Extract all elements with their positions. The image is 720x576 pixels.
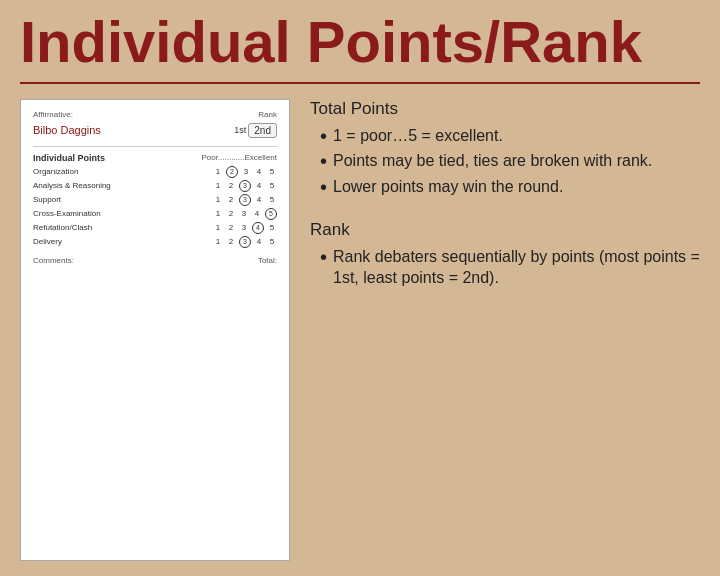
rank-label: Rank bbox=[258, 110, 277, 119]
scores: 1 2 3 4 5 bbox=[213, 236, 277, 248]
bullet-text: Lower points may win the round. bbox=[333, 176, 700, 198]
header: Individual Points/Rank bbox=[0, 0, 720, 82]
score-3-circled: 3 bbox=[239, 194, 251, 206]
rank-section: Rank • Rank debaters sequentially by poi… bbox=[310, 220, 700, 293]
bullet-dot: • bbox=[320, 151, 327, 172]
score-5: 5 bbox=[267, 195, 277, 204]
score-3: 3 bbox=[239, 223, 249, 232]
scores: 1 2 3 4 5 bbox=[213, 222, 277, 234]
bullet-item: • Points may be tied, ties are broken wi… bbox=[320, 150, 700, 172]
score-4: 4 bbox=[254, 167, 264, 176]
score-5: 5 bbox=[267, 237, 277, 246]
total-points-section: Total Points • 1 = poor…5 = excellent. •… bbox=[310, 99, 700, 202]
ballot-criteria-list: Organization 1 2 3 4 5 Analysis & Reason… bbox=[33, 166, 277, 248]
main-content: Affirmative: Rank Bilbo Daggins 1st 2nd … bbox=[0, 84, 720, 576]
scores: 1 2 3 4 5 bbox=[213, 194, 277, 206]
score-2: 2 bbox=[226, 209, 236, 218]
ballot-card: Affirmative: Rank Bilbo Daggins 1st 2nd … bbox=[20, 99, 290, 561]
bullet-text: Points may be tied, ties are broken with… bbox=[333, 150, 700, 172]
ballot-header-row: Affirmative: Rank bbox=[33, 110, 277, 119]
bullet-item: • 1 = poor…5 = excellent. bbox=[320, 125, 700, 147]
score-5-circled: 5 bbox=[265, 208, 277, 220]
ballot-section-title: Individual Points bbox=[33, 153, 105, 163]
score-5: 5 bbox=[267, 223, 277, 232]
rank-first: 1st bbox=[234, 125, 244, 135]
scores: 1 2 3 4 5 bbox=[213, 208, 277, 220]
criterion-row: Analysis & Reasoning 1 2 3 4 5 bbox=[33, 180, 277, 192]
score-2: 2 bbox=[226, 223, 236, 232]
score-4: 4 bbox=[254, 237, 264, 246]
score-4: 4 bbox=[254, 181, 264, 190]
score-1: 1 bbox=[213, 209, 223, 218]
rank-badge: 2nd bbox=[248, 123, 277, 138]
rank-list: • Rank debaters sequentially by points (… bbox=[310, 246, 700, 293]
score-5: 5 bbox=[267, 167, 277, 176]
criterion-name: Analysis & Reasoning bbox=[33, 181, 143, 190]
score-2-circled: 2 bbox=[226, 166, 238, 178]
criterion-row: Organization 1 2 3 4 5 bbox=[33, 166, 277, 178]
scores: 1 2 3 4 5 bbox=[213, 180, 277, 192]
bullet-dot: • bbox=[320, 247, 327, 289]
score-4: 4 bbox=[254, 195, 264, 204]
score-1: 1 bbox=[213, 167, 223, 176]
page-container: Individual Points/Rank Affirmative: Rank… bbox=[0, 0, 720, 576]
score-2: 2 bbox=[226, 181, 236, 190]
criterion-row: Cross-Examination 1 2 3 4 5 bbox=[33, 208, 277, 220]
score-2: 2 bbox=[226, 237, 236, 246]
bullet-text: Rank debaters sequentially by points (mo… bbox=[333, 246, 700, 289]
score-1: 1 bbox=[213, 181, 223, 190]
score-4: 4 bbox=[252, 209, 262, 218]
ballot-inner-divider bbox=[33, 146, 277, 147]
debater-name: Bilbo Daggins bbox=[33, 124, 101, 136]
total-label: Total: bbox=[258, 256, 277, 265]
criterion-row: Support 1 2 3 4 5 bbox=[33, 194, 277, 206]
page-title: Individual Points/Rank bbox=[20, 10, 700, 74]
ballot-name-row: Bilbo Daggins 1st 2nd bbox=[33, 123, 277, 138]
score-1: 1 bbox=[213, 223, 223, 232]
total-points-heading: Total Points bbox=[310, 99, 700, 119]
bullet-item: • Lower points may win the round. bbox=[320, 176, 700, 198]
bullet-item: • Rank debaters sequentially by points (… bbox=[320, 246, 700, 289]
rank-heading: Rank bbox=[310, 220, 700, 240]
comments-label: Comments: bbox=[33, 256, 74, 265]
score-3: 3 bbox=[239, 209, 249, 218]
affirmative-label: Affirmative: bbox=[33, 110, 73, 119]
ballot-section-header: Individual Points Poor............Excell… bbox=[33, 153, 277, 163]
scores: 1 2 3 4 5 bbox=[213, 166, 277, 178]
criterion-row: Refutation/Clash 1 2 3 4 5 bbox=[33, 222, 277, 234]
criterion-name: Cross-Examination bbox=[33, 209, 143, 218]
criterion-name: Refutation/Clash bbox=[33, 223, 143, 232]
score-2: 2 bbox=[226, 195, 236, 204]
criterion-name: Support bbox=[33, 195, 143, 204]
bullet-text: 1 = poor…5 = excellent. bbox=[333, 125, 700, 147]
score-1: 1 bbox=[213, 237, 223, 246]
score-3-circled: 3 bbox=[239, 236, 251, 248]
criterion-row: Delivery 1 2 3 4 5 bbox=[33, 236, 277, 248]
ballot-footer: Comments: Total: bbox=[33, 256, 277, 265]
score-3-circled: 3 bbox=[239, 180, 251, 192]
score-3: 3 bbox=[241, 167, 251, 176]
scale-label: Poor............Excellent bbox=[201, 153, 277, 163]
criterion-name: Organization bbox=[33, 167, 143, 176]
bullet-dot: • bbox=[320, 126, 327, 147]
right-content: Total Points • 1 = poor…5 = excellent. •… bbox=[310, 99, 700, 561]
bullet-dot: • bbox=[320, 177, 327, 198]
criterion-name: Delivery bbox=[33, 237, 143, 246]
score-1: 1 bbox=[213, 195, 223, 204]
score-5: 5 bbox=[267, 181, 277, 190]
score-4-circled: 4 bbox=[252, 222, 264, 234]
total-points-list: • 1 = poor…5 = excellent. • Points may b… bbox=[310, 125, 700, 202]
